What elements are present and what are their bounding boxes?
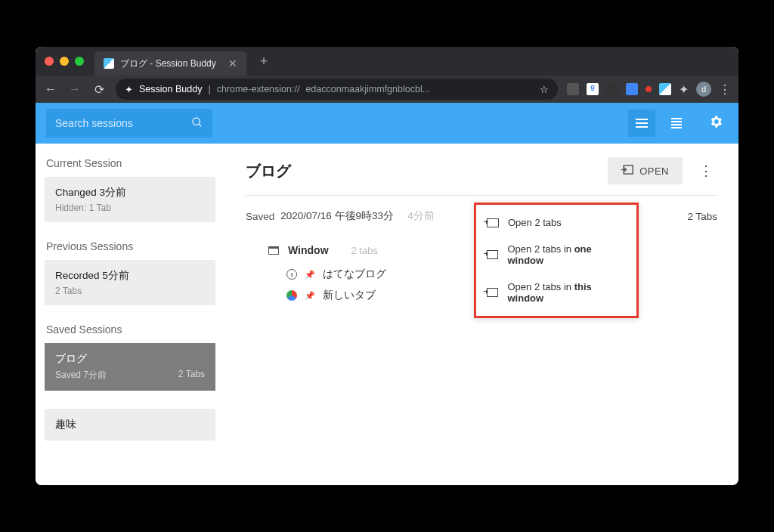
- ctx-label: Open 2 tabs: [508, 217, 562, 228]
- extension-puzzle-icon: ✦: [125, 84, 133, 95]
- profile-avatar[interactable]: d: [696, 82, 711, 97]
- divider: [246, 195, 717, 196]
- window-tab-count: 2 tabs: [351, 245, 378, 256]
- sidebar-item-title: Recorded 5分前: [55, 269, 205, 283]
- sidebar-item-previous[interactable]: Recorded 5分前 2 Tabs: [45, 260, 215, 305]
- search-box[interactable]: [46, 109, 212, 138]
- browser-toolbar: ← → ⟳ ✦ Session Buddy | chrome-extension…: [36, 76, 738, 103]
- open-icon: [621, 165, 633, 177]
- sidebar-section-saved: Saved Sessions: [45, 323, 215, 336]
- content-header: ブログ OPEN ⋮: [246, 157, 717, 184]
- sidebar-item-sub: Saved 7分前 2 Tabs: [55, 369, 205, 382]
- search-input[interactable]: [55, 117, 191, 129]
- chrome-favicon-icon: [286, 290, 297, 301]
- sidebar-item-saved-blog[interactable]: ブログ Saved 7分前 2 Tabs: [45, 343, 215, 391]
- tab-favicon-icon: [104, 58, 114, 69]
- saved-label: Saved: [246, 211, 274, 222]
- more-menu-icon[interactable]: ⋮: [695, 158, 717, 184]
- ext-icon-1[interactable]: [567, 83, 579, 95]
- extensions-puzzle-icon[interactable]: ✦: [679, 82, 689, 97]
- ctx-label: Open 2 tabs in this window: [507, 281, 626, 304]
- sidebar-section-previous: Previous Sessions: [45, 240, 215, 252]
- tab-favicon-icon: i: [286, 269, 297, 280]
- svg-line-1: [199, 124, 201, 126]
- sidebar-item-title: ブログ: [55, 352, 205, 366]
- view-compact-button[interactable]: [628, 110, 655, 137]
- tab-title: ブログ - Session Buddy: [120, 57, 216, 70]
- svg-point-0: [193, 118, 200, 125]
- browser-window: ブログ - Session Buddy ✕ + ← → ⟳ ✦ Session …: [36, 47, 738, 485]
- open-icon: [487, 288, 498, 297]
- browser-menu-icon[interactable]: ⋮: [719, 82, 731, 97]
- close-window-button[interactable]: [45, 57, 54, 66]
- session-title: ブログ: [246, 161, 291, 181]
- minimize-window-button[interactable]: [60, 57, 69, 66]
- url-scheme: chrome-extension://: [217, 84, 300, 94]
- url-path: edacconmaakjimmfgnblocbl...: [305, 84, 430, 94]
- search-icon[interactable]: [191, 116, 203, 131]
- window-icon: [268, 246, 279, 255]
- sidebar-item-title: 趣味: [55, 418, 205, 431]
- address-bar[interactable]: ✦ Session Buddy | chrome-extension://eda…: [116, 79, 558, 100]
- settings-gear-icon[interactable]: [708, 114, 723, 133]
- sidebar-item-sub: Hidden: 1 Tab: [55, 203, 205, 213]
- ext-icon-3[interactable]: [606, 83, 618, 95]
- bookmark-star-icon[interactable]: ☆: [540, 84, 549, 95]
- back-button[interactable]: ←: [43, 82, 58, 96]
- pin-icon: 📌: [305, 270, 315, 280]
- window-label: Window: [288, 244, 329, 256]
- reload-button[interactable]: ⟳: [91, 82, 107, 97]
- open-label: OPEN: [639, 165, 669, 177]
- pin-icon: 📌: [305, 291, 315, 301]
- header-right: [628, 110, 728, 137]
- sidebar-item-title: Changed 3分前: [55, 186, 205, 200]
- open-icon: [487, 218, 499, 227]
- open-context-menu: Open 2 tabs Open 2 tabs in one window Op…: [474, 203, 639, 318]
- sidebar-item-sub: 2 Tabs: [55, 286, 205, 296]
- sidebar-section-current: Current Session: [45, 157, 215, 169]
- tab-title: 新しいタブ: [323, 289, 376, 302]
- sidebar-item-current[interactable]: Changed 3分前 Hidden: 1 Tab: [45, 177, 215, 222]
- extension-icons: g ✦ d ⋮: [567, 82, 731, 97]
- saved-ago: 4分前: [407, 209, 435, 223]
- content: ブログ OPEN ⋮ Saved 2020/07/16 午後9時33分 4分前 …: [224, 144, 738, 485]
- titlebar: ブログ - Session Buddy ✕ +: [36, 47, 738, 76]
- tab-title: はてなブログ: [323, 268, 386, 281]
- maximize-window-button[interactable]: [75, 57, 84, 66]
- sidebar: Current Session Changed 3分前 Hidden: 1 Ta…: [36, 144, 224, 485]
- ctx-label: Open 2 tabs in one window: [507, 243, 626, 266]
- ctx-open-one-window[interactable]: Open 2 tabs in one window: [476, 236, 636, 274]
- forward-button[interactable]: →: [67, 82, 82, 96]
- open-button[interactable]: OPEN: [608, 157, 683, 184]
- close-tab-icon[interactable]: ✕: [228, 57, 237, 70]
- open-icon: [487, 250, 498, 259]
- tabs-count: 2 Tabs: [687, 211, 717, 222]
- main: Current Session Changed 3分前 Hidden: 1 Ta…: [36, 144, 738, 485]
- new-tab-button[interactable]: +: [260, 54, 268, 70]
- app-header: [36, 103, 738, 144]
- traffic-lights: [45, 57, 84, 66]
- saved-date: 2020/07/16 午後9時33分: [280, 209, 394, 223]
- ctx-open-tabs[interactable]: Open 2 tabs: [476, 209, 636, 236]
- view-list-button[interactable]: [663, 110, 690, 137]
- extension-name: Session Buddy: [139, 84, 202, 94]
- ext-icon-2[interactable]: g: [587, 83, 599, 95]
- ext-icon-4[interactable]: [626, 83, 638, 95]
- ext-icon-5[interactable]: [646, 86, 652, 92]
- sidebar-item-saved-hobby[interactable]: 趣味: [45, 409, 215, 441]
- browser-tab[interactable]: ブログ - Session Buddy ✕: [94, 51, 246, 76]
- ctx-open-this-window[interactable]: Open 2 tabs in this window: [476, 274, 636, 311]
- ext-icon-6[interactable]: [659, 83, 671, 95]
